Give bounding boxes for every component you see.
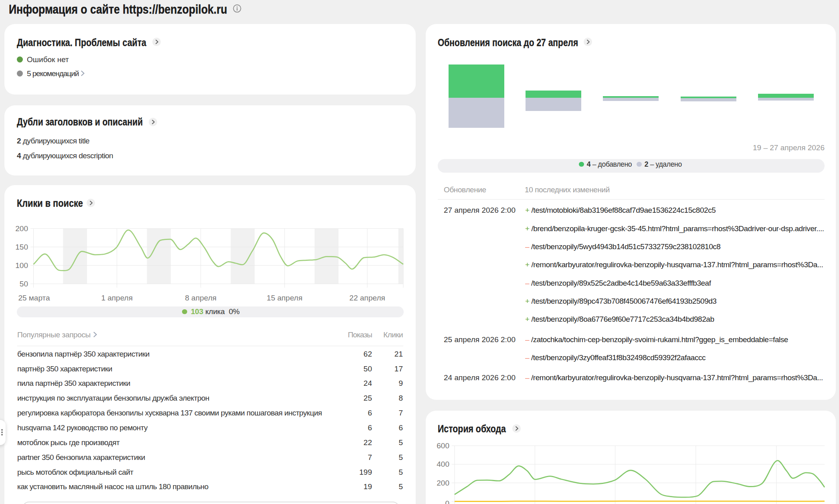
svg-text:400: 400 — [437, 460, 449, 468]
svg-text:600: 600 — [437, 442, 449, 450]
svg-text:0: 0 — [445, 499, 449, 504]
svg-text:200: 200 — [437, 479, 449, 487]
